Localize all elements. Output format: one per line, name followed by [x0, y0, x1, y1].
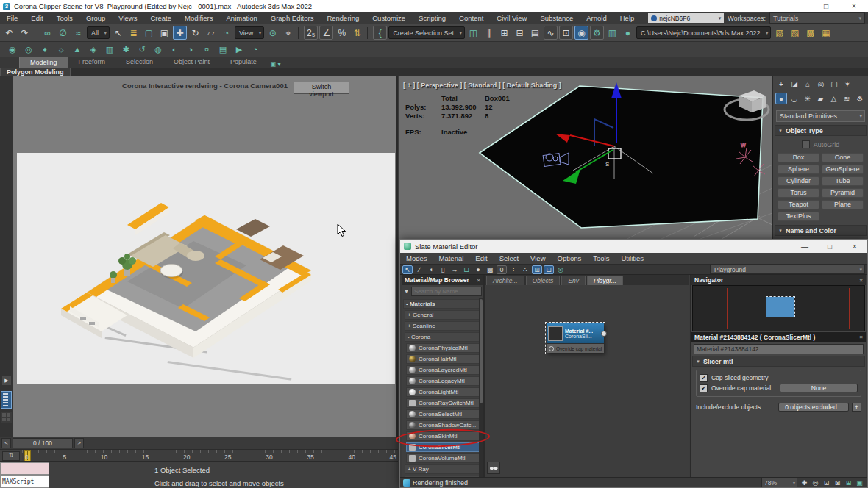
- unlink-selection-icon[interactable]: ∅: [56, 26, 70, 40]
- material-list-item[interactable]: - Materials: [403, 299, 482, 309]
- selection-set-dropdown[interactable]: Create Selection Set: [388, 26, 465, 39]
- node-input-socket[interactable]: [549, 346, 554, 351]
- close-icon[interactable]: ×: [859, 334, 863, 340]
- node-header[interactable]: Material #... CoronaSli...: [547, 323, 604, 343]
- snaps-toggle-icon[interactable]: 2₅: [304, 26, 318, 40]
- node-view[interactable]: Archite...ObjectsEnvPlaygr... Material #…: [485, 275, 689, 477]
- project-folder-dropdown[interactable]: C:\Users\Nejc\Documents\3ds Max 2022: [636, 26, 772, 39]
- name-color-rollout[interactable]: ▼ Name and Color: [775, 225, 867, 236]
- shapes-icon[interactable]: ◡: [789, 93, 800, 104]
- view-tab[interactable]: Objects: [526, 276, 561, 285]
- folder-link-icon[interactable]: ▩: [803, 26, 817, 40]
- scrollbar-thumb[interactable]: [480, 299, 483, 403]
- select-tool-icon[interactable]: ↖: [402, 265, 413, 274]
- object-type-button[interactable]: GeoSphere: [822, 165, 864, 174]
- tree-icon[interactable]: ▲: [71, 43, 84, 56]
- material-list-item[interactable]: + General: [405, 310, 482, 320]
- geometry-icon[interactable]: ●: [775, 93, 787, 104]
- maxscript-listener-field[interactable]: [0, 462, 49, 475]
- slate-view-dropdown[interactable]: Playground: [710, 265, 865, 274]
- menu-item[interactable]: Tools: [50, 12, 79, 24]
- primitives-dropdown[interactable]: Standard Primitives: [776, 110, 865, 122]
- user-account-dropdown[interactable]: nejcNB6F6 ▾: [648, 13, 724, 23]
- close-icon[interactable]: ×: [859, 277, 863, 284]
- display-tab-icon[interactable]: ▢: [828, 78, 840, 90]
- menu-item[interactable]: Animation: [220, 12, 264, 24]
- material-node[interactable]: Material #... CoronaSli... Override cap …: [547, 323, 604, 353]
- excluded-objects-button[interactable]: 0 objects excluded...: [778, 403, 849, 412]
- search-input[interactable]: [411, 287, 482, 296]
- rendered-frame-icon[interactable]: ▥: [605, 26, 619, 40]
- cap-sliced-checkbox[interactable]: ✔: [700, 374, 708, 382]
- close-button[interactable]: ×: [842, 240, 867, 253]
- object-type-button[interactable]: Plane: [822, 200, 864, 209]
- scatter-icon[interactable]: ✱: [119, 43, 132, 56]
- menu-item[interactable]: Customize: [366, 12, 412, 24]
- material-list-item[interactable]: + Scanline: [405, 321, 482, 331]
- menu-item[interactable]: Rendering: [320, 12, 366, 24]
- object-type-button[interactable]: Pyramid: [822, 188, 864, 198]
- mini-curve-editor-icon[interactable]: ⇅: [2, 451, 20, 461]
- viewport-label[interactable]: [ + ] [ Perspective ] [ Standard ] [ Def…: [403, 82, 561, 89]
- material-list-item[interactable]: CoronaLegacyMtl: [406, 376, 482, 386]
- play-icon[interactable]: ▶: [232, 43, 246, 56]
- menu-item[interactable]: Utilities: [615, 253, 650, 265]
- zoom-extents-icon[interactable]: ⊠: [833, 478, 842, 487]
- schematic-view-icon[interactable]: ⊡: [559, 26, 573, 40]
- node-output-socket[interactable]: [601, 331, 607, 337]
- polygon-modeling-panel[interactable]: Polygon Modeling: [0, 68, 71, 76]
- menu-item[interactable]: Arnold: [580, 12, 613, 24]
- menu-item[interactable]: Scripting: [412, 12, 452, 24]
- slicer-icon[interactable]: ◍: [152, 43, 165, 56]
- bind-to-space-warp-icon[interactable]: ≈: [71, 26, 85, 40]
- cap-material-none-button[interactable]: None: [780, 384, 858, 392]
- minimize-button[interactable]: —: [792, 240, 817, 253]
- layout-all-icon[interactable]: ⊞: [532, 265, 542, 274]
- view-tab[interactable]: Archite...: [486, 276, 524, 285]
- material-list-item[interactable]: CoronaLightMtl: [406, 387, 482, 397]
- space-warps-icon[interactable]: ≋: [841, 93, 853, 104]
- layer-explorer-icon[interactable]: ⊟: [513, 26, 527, 40]
- material-name-field[interactable]: Material #2143884142: [694, 344, 864, 354]
- folder-cursor-icon[interactable]: ▦: [819, 26, 833, 40]
- camera-gear-icon[interactable]: ◎: [22, 43, 35, 56]
- menu-item[interactable]: Tools: [587, 253, 615, 265]
- object-type-button[interactable]: TextPlus: [778, 212, 819, 221]
- modify-tab-icon[interactable]: ◪: [789, 78, 800, 90]
- palette-icon[interactable]: ◑: [184, 43, 197, 56]
- layout-tree-icon[interactable]: ∴: [520, 265, 530, 274]
- material-list-item[interactable]: + V-Ray: [405, 464, 482, 474]
- material-list-item[interactable]: CoronaRaySwitchMtl: [406, 398, 482, 408]
- volume-icon[interactable]: ◐: [168, 43, 181, 56]
- menu-item[interactable]: Select: [494, 253, 524, 265]
- layout-grid-icon[interactable]: [1, 412, 12, 423]
- show-background-icon[interactable]: ▩: [485, 265, 495, 274]
- pick-search-icon[interactable]: ◎: [555, 265, 566, 274]
- autogrid-checkbox[interactable]: [802, 140, 810, 148]
- switch-viewport-button[interactable]: Switch viewport: [294, 82, 349, 94]
- percent-snap-icon[interactable]: %: [335, 26, 349, 40]
- rectangular-selection-icon[interactable]: ▢: [142, 26, 156, 40]
- material-list-item[interactable]: CoronaPhysicalMtl: [406, 343, 482, 353]
- delete-icon[interactable]: ▯: [438, 265, 448, 274]
- close-button[interactable]: ×: [840, 0, 868, 12]
- select-object-icon[interactable]: ↖: [111, 26, 125, 40]
- select-and-rotate-icon[interactable]: ↻: [188, 26, 202, 40]
- divider[interactable]: [298, 27, 301, 39]
- material-list-item[interactable]: - Corona: [405, 332, 482, 342]
- teapot-icon[interactable]: ◔: [249, 43, 262, 56]
- put-to-library-icon[interactable]: ◖: [426, 265, 436, 274]
- pan-hand-icon[interactable]: ✚: [800, 478, 809, 487]
- menu-item[interactable]: Help: [613, 12, 641, 24]
- view-tab[interactable]: Env: [561, 276, 586, 285]
- proxy-icon[interactable]: ◈: [87, 43, 100, 56]
- ribbon-tab[interactable]: Populate: [220, 57, 267, 68]
- node-input-slot[interactable]: Override cap material: [547, 343, 604, 353]
- menu-item[interactable]: Modes: [400, 253, 433, 265]
- previous-frame-button[interactable]: <: [1, 438, 11, 448]
- divider[interactable]: [367, 27, 370, 39]
- camera-create-icon[interactable]: ◉: [6, 43, 19, 56]
- menu-item[interactable]: Create: [143, 12, 178, 24]
- render-production-icon[interactable]: ●: [621, 26, 635, 40]
- zoom-level-dropdown[interactable]: 78%: [761, 478, 797, 487]
